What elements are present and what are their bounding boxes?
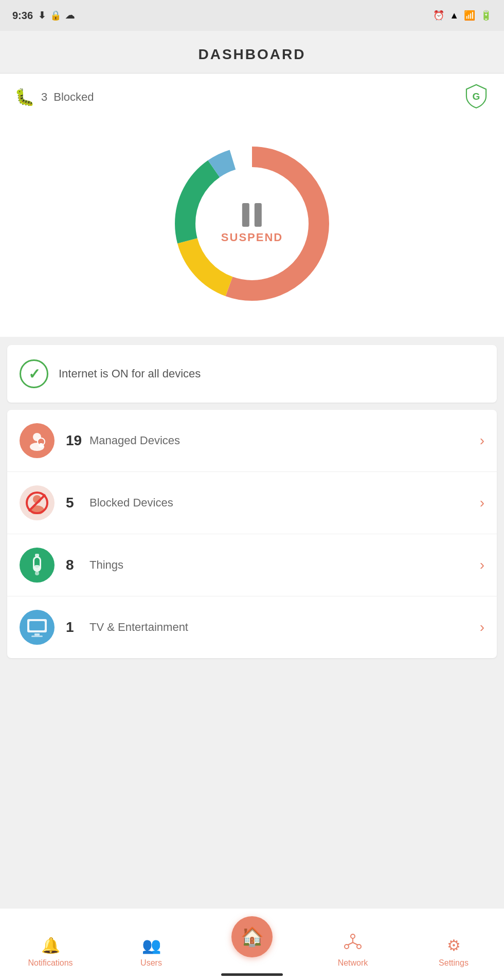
managed-devices-label: Managed Devices	[89, 434, 480, 447]
managed-devices-count: 19	[66, 432, 82, 449]
status-icons-left: ⬇ 🔒 ☁	[38, 10, 75, 21]
things-chevron: ›	[480, 557, 484, 573]
internet-status-card[interactable]: ✓ Internet is ON for all devices	[7, 345, 497, 403]
svg-line-24	[353, 942, 358, 945]
managed-devices-row[interactable]: 19 Managed Devices ›	[7, 410, 497, 472]
cloud-icon: ☁	[65, 10, 75, 21]
app-header: DASHBOARD	[0, 31, 504, 74]
blocked-devices-label: Blocked Devices	[89, 496, 480, 510]
things-row[interactable]: 8 Things ›	[7, 534, 497, 596]
nav-network[interactable]: Network	[302, 933, 403, 968]
status-time: 9:36	[12, 10, 33, 22]
home-circle[interactable]: 🏠	[231, 916, 273, 957]
signal-icon: 📶	[464, 10, 475, 21]
check-circle-icon: ✓	[20, 359, 48, 388]
tv-entertainment-row[interactable]: 1 TV & Entertainment ›	[7, 596, 497, 658]
nav-users[interactable]: 👥 Users	[101, 936, 202, 968]
settings-label: Settings	[439, 958, 469, 968]
nav-notifications[interactable]: 🔔 Notifications	[0, 936, 101, 968]
svg-point-14	[35, 571, 39, 575]
bug-icon: 🐛	[14, 87, 35, 107]
svg-rect-5	[39, 444, 44, 447]
internet-status-text: Internet is ON for all devices	[59, 367, 201, 380]
svg-rect-16	[29, 621, 45, 630]
blocked-devices-count: 5	[66, 495, 82, 511]
shield-g-icon[interactable]: G	[463, 84, 490, 111]
blocked-count: 3	[41, 90, 47, 104]
notifications-icon: 🔔	[41, 936, 60, 954]
suspend-label: SUSPEND	[221, 231, 283, 244]
home-icon: 🏠	[241, 926, 264, 948]
tv-entertainment-chevron: ›	[480, 619, 484, 636]
things-label: Things	[89, 558, 480, 572]
users-icon: 👥	[142, 936, 161, 954]
managed-devices-chevron: ›	[480, 432, 484, 449]
users-label: Users	[140, 958, 162, 968]
wifi-icon: ▲	[449, 10, 459, 21]
checkmark-icon: ✓	[28, 366, 40, 383]
notifications-label: Notifications	[28, 958, 73, 968]
page-title: DASHBOARD	[199, 46, 306, 62]
donut-center[interactable]: SUSPEND	[221, 203, 283, 244]
svg-rect-17	[34, 633, 40, 636]
nav-settings[interactable]: ⚙ Settings	[403, 936, 504, 968]
things-count: 8	[66, 557, 82, 573]
donut-container[interactable]: SUSPEND	[165, 136, 339, 311]
settings-icon: ⚙	[447, 936, 461, 954]
lock-icon: 🔒	[50, 10, 61, 21]
svg-rect-18	[31, 636, 43, 637]
network-label: Network	[338, 958, 368, 968]
status-bar: 9:36 ⬇ 🔒 ☁ ⏰ ▲ 📶 🔋	[0, 0, 504, 31]
bottom-nav: 🔔 Notifications 👥 Users 🏠 Network ⚙ Sett…	[0, 908, 504, 980]
device-list-card: 19 Managed Devices › 5 Blocked D	[7, 410, 497, 658]
svg-text:G: G	[473, 91, 480, 102]
tv-entertainment-icon	[20, 610, 55, 645]
alarm-icon: ⏰	[433, 10, 444, 21]
home-indicator	[221, 973, 283, 976]
blocked-devices-row[interactable]: 5 Blocked Devices ›	[7, 472, 497, 534]
svg-line-23	[348, 942, 353, 945]
donut-chart-area: SUSPEND	[0, 121, 504, 337]
blocked-devices-chevron: ›	[480, 495, 484, 511]
svg-rect-13	[34, 565, 40, 568]
top-bar: 🐛 3 Blocked G	[0, 74, 504, 121]
battery-icon: 🔋	[480, 10, 492, 21]
tv-entertainment-count: 1	[66, 619, 82, 636]
blocked-info: 🐛 3 Blocked	[14, 87, 94, 107]
status-icons-right: ⏰ ▲ 📶 🔋	[433, 10, 492, 21]
managed-devices-icon	[20, 423, 55, 458]
blocked-label: Blocked	[53, 90, 94, 104]
blocked-devices-icon	[20, 485, 55, 520]
tv-entertainment-label: TV & Entertainment	[89, 621, 480, 634]
pause-icon	[221, 203, 283, 227]
download-icon: ⬇	[38, 10, 46, 21]
cards-section: ✓ Internet is ON for all devices 19 Mana…	[0, 337, 504, 666]
things-icon	[20, 548, 55, 583]
network-icon	[344, 933, 362, 954]
nav-home[interactable]: 🏠	[202, 916, 302, 957]
svg-point-19	[351, 934, 355, 938]
